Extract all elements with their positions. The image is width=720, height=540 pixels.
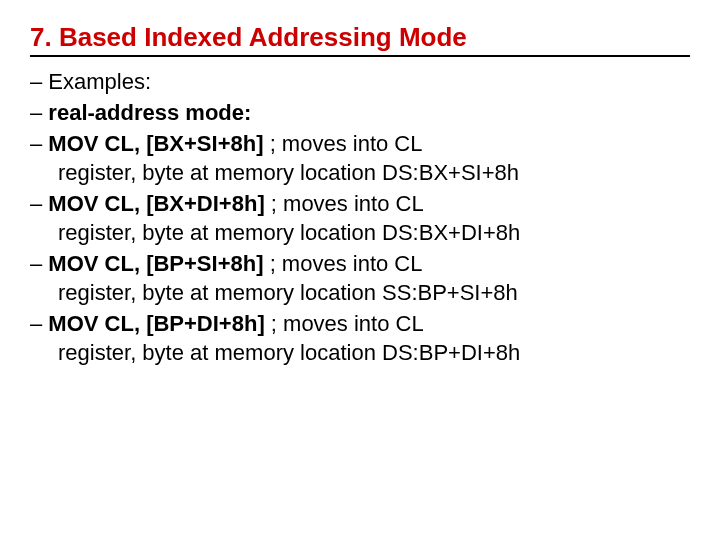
mov-description: register, byte at memory location DS:BX+… bbox=[30, 218, 690, 247]
mov-description: register, byte at memory location DS:BX+… bbox=[30, 158, 690, 187]
list-item: – MOV CL, [BP+SI+8h] ; moves into CL reg… bbox=[30, 249, 690, 307]
list-item: – real-address mode: bbox=[30, 98, 690, 127]
mov-description: register, byte at memory location DS:BP+… bbox=[30, 338, 690, 367]
mov-comment: ; moves into CL bbox=[265, 311, 424, 336]
content-area: – Examples: – real-address mode: – MOV C… bbox=[30, 67, 690, 367]
dash-bullet: – bbox=[30, 311, 48, 336]
examples-label: Examples: bbox=[48, 69, 151, 94]
list-item: – MOV CL, [BP+DI+8h] ; moves into CL reg… bbox=[30, 309, 690, 367]
mov-code: MOV CL, [BX+SI+8h] bbox=[48, 131, 263, 156]
mov-description: register, byte at memory location SS:BP+… bbox=[30, 278, 690, 307]
mov-code: MOV CL, [BP+DI+8h] bbox=[48, 311, 264, 336]
dash-bullet: – bbox=[30, 191, 48, 216]
dash-bullet: – bbox=[30, 251, 48, 276]
list-item: – MOV CL, [BX+DI+8h] ; moves into CL reg… bbox=[30, 189, 690, 247]
real-address-mode-label: real-address mode: bbox=[48, 100, 251, 125]
mov-comment: ; moves into CL bbox=[264, 131, 423, 156]
section-heading: 7. Based Indexed Addressing Mode bbox=[30, 22, 690, 57]
list-item: – Examples: bbox=[30, 67, 690, 96]
mov-comment: ; moves into CL bbox=[264, 251, 423, 276]
dash-bullet: – bbox=[30, 100, 48, 125]
mov-comment: ; moves into CL bbox=[265, 191, 424, 216]
list-item: – MOV CL, [BX+SI+8h] ; moves into CL reg… bbox=[30, 129, 690, 187]
dash-bullet: – bbox=[30, 131, 48, 156]
mov-code: MOV CL, [BX+DI+8h] bbox=[48, 191, 264, 216]
mov-code: MOV CL, [BP+SI+8h] bbox=[48, 251, 263, 276]
dash-bullet: – bbox=[30, 69, 48, 94]
